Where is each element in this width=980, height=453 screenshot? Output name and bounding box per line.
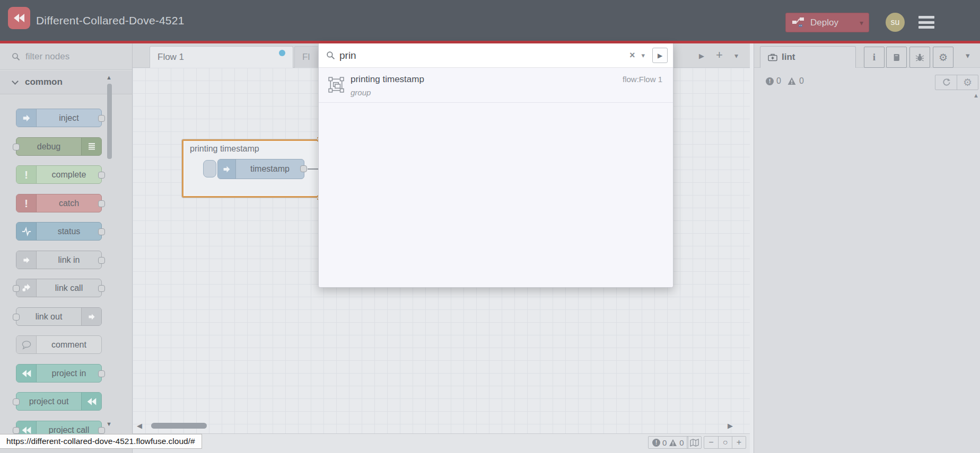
search-results: printing timestamp flow:Flow 1 group	[319, 68, 673, 287]
chevron-down-icon	[12, 78, 19, 85]
lint-settings-button[interactable]: ⚙	[957, 75, 978, 90]
deploy-icon	[792, 17, 805, 28]
bug-icon	[915, 53, 924, 62]
palette-scroll-down-icon[interactable]: ▼	[106, 421, 112, 427]
arrow-in-icon	[16, 109, 37, 127]
output-port	[98, 172, 105, 179]
book-icon	[892, 53, 901, 62]
canvas-scroll-right-icon[interactable]: ▶	[728, 422, 733, 430]
search-options-caret-icon[interactable]: ▾	[641, 51, 645, 59]
search-icon	[326, 51, 335, 60]
main-menu-button[interactable]	[918, 16, 934, 29]
inject-trigger-button[interactable]	[203, 160, 216, 177]
palette-scroll-up-icon[interactable]: ▲	[106, 74, 112, 81]
tab-flow-1[interactable]: Flow 1	[150, 46, 293, 68]
flow-list-caret-icon[interactable]: ▾	[734, 51, 738, 60]
zoom-out-button[interactable]: −	[704, 437, 718, 448]
play-icon: ▶	[658, 52, 662, 59]
refresh-icon	[942, 78, 951, 87]
exclamation-icon: !	[16, 166, 37, 183]
lint-toolbar: ⚙	[935, 75, 978, 90]
flowfuse-logo-icon	[81, 393, 101, 410]
zoom-controls: − ○ +	[704, 436, 746, 449]
canvas-footer: ! 0 0 − ○ +	[133, 433, 750, 453]
palette-scrollbar-thumb[interactable]	[107, 84, 112, 159]
palette-node-complete[interactable]: ! complete	[16, 165, 102, 184]
search-sidebar-open-button[interactable]: ▶	[652, 48, 668, 63]
output-port[interactable]	[300, 165, 307, 172]
deploy-options-caret-icon[interactable]: ▾	[860, 19, 863, 27]
palette-node-link-in[interactable]: link in	[16, 251, 102, 269]
input-port	[13, 144, 20, 150]
input-port	[13, 427, 20, 434]
info-icon: i	[873, 51, 876, 63]
palette-node-link-out[interactable]: link out	[16, 307, 102, 326]
help-button[interactable]	[886, 47, 907, 68]
error-icon: !	[766, 77, 774, 85]
sidebar: lint i ⚙ ▾ ! 0 0	[754, 43, 980, 453]
sidebar-menu-caret-icon[interactable]: ▾	[966, 51, 970, 60]
palette-node-link-call[interactable]: link call	[16, 279, 102, 297]
canvas-scrollbar-thumb[interactable]	[151, 423, 207, 429]
palette-node-status[interactable]: status	[16, 222, 102, 241]
search-result-name: printing timestamp	[351, 74, 424, 85]
comment-bubble-icon	[16, 336, 37, 353]
input-port	[13, 398, 20, 405]
palette-node-catch[interactable]: ! catch	[16, 194, 102, 212]
zoom-reset-button[interactable]: ○	[718, 437, 732, 448]
palette-node-debug[interactable]: debug	[16, 137, 102, 156]
group-icon	[328, 77, 344, 93]
add-flow-button[interactable]: +	[716, 48, 723, 62]
user-avatar[interactable]: su	[886, 13, 905, 32]
pulse-icon	[16, 223, 37, 240]
deploy-button[interactable]: Deploy ▾	[785, 13, 869, 32]
palette: filter nodes common inject debug ! compl…	[0, 43, 133, 453]
tab-scroll-right-icon[interactable]: ▶	[699, 52, 704, 60]
canvas-issue-badge[interactable]: ! 0 0	[648, 436, 688, 449]
sidebar-scroll-up-icon[interactable]: ▲	[973, 92, 979, 99]
refresh-button[interactable]	[935, 75, 957, 90]
debug-button[interactable]	[909, 47, 930, 68]
map-icon	[690, 439, 699, 447]
output-port	[98, 257, 105, 264]
info-button[interactable]: i	[864, 47, 885, 68]
output-port	[98, 285, 105, 292]
link-arrow-icon	[81, 308, 101, 325]
canvas-scroll-left-icon[interactable]: ◀	[137, 422, 142, 430]
palette-node-project-out[interactable]: project out	[16, 392, 102, 411]
sidebar-tab-lint[interactable]: lint	[760, 46, 856, 68]
palette-node-comment[interactable]: comment	[16, 335, 102, 354]
zoom-in-button[interactable]: +	[732, 437, 746, 448]
error-icon: !	[652, 439, 660, 447]
sidebar-tabbar: lint i ⚙ ▾	[754, 43, 980, 68]
search-result-flow: flow:Flow 1	[623, 75, 662, 84]
flowfuse-logo-icon	[8, 7, 30, 29]
output-port	[98, 200, 105, 207]
header: Different-Collared-Dove-4521 Deploy ▾ su	[0, 0, 980, 41]
instance-title: Different-Collared-Dove-4521	[36, 0, 185, 41]
lint-error-count: 0	[776, 76, 781, 86]
search-input[interactable]	[339, 50, 629, 61]
palette-node-inject[interactable]: inject	[16, 109, 102, 127]
input-port	[13, 285, 20, 292]
palette-category-common[interactable]: common	[0, 70, 132, 94]
clear-search-icon[interactable]: ×	[629, 50, 635, 61]
list-icon	[81, 138, 101, 155]
node-timestamp-inject[interactable]: timestamp	[217, 159, 304, 179]
search-input-row: × ▾ ▶	[319, 43, 673, 68]
search-result-row[interactable]: printing timestamp flow:Flow 1 group	[319, 68, 673, 103]
link-arrow-icon	[16, 251, 37, 269]
palette-filter[interactable]: filter nodes	[0, 43, 132, 70]
settings-button[interactable]: ⚙	[933, 47, 953, 68]
arrow-in-icon	[218, 159, 236, 179]
lint-warning-count: 0	[799, 76, 804, 86]
output-port	[98, 427, 105, 434]
search-icon	[12, 52, 20, 61]
output-port	[98, 115, 105, 122]
search-result-type: group	[351, 88, 371, 97]
navigator-button[interactable]	[687, 436, 702, 449]
output-port	[98, 370, 105, 377]
palette-node-project-in[interactable]: project in	[16, 364, 102, 383]
medkit-icon	[768, 53, 777, 61]
palette-filter-placeholder: filter nodes	[25, 51, 69, 62]
